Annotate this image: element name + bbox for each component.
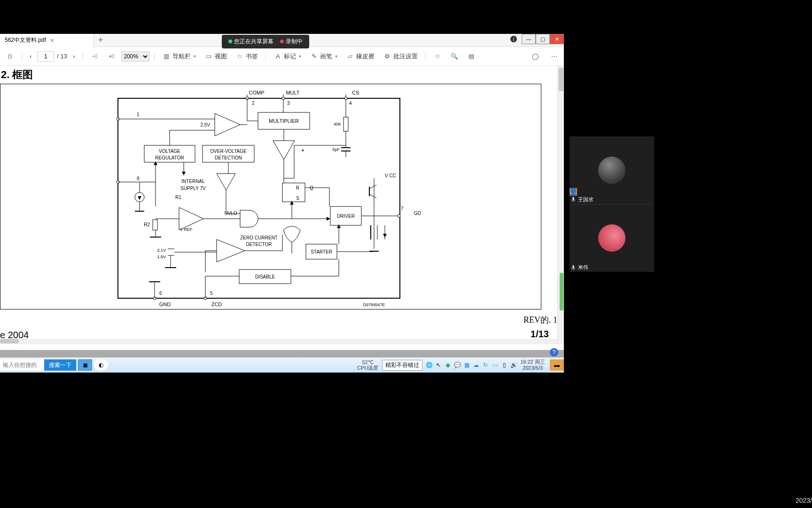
tray-sync-icon[interactable]: ↻ xyxy=(482,361,489,369)
tray-chat-icon[interactable]: 💬 xyxy=(453,361,461,369)
info-icon[interactable]: i xyxy=(510,36,517,42)
eraser-icon: ▱ xyxy=(346,52,354,61)
help-icon[interactable]: ? xyxy=(550,348,558,357)
host-badge-icon: 👤 xyxy=(570,188,577,196)
status-bar: ? xyxy=(0,350,564,357)
tray-volume-icon[interactable]: 🔊 xyxy=(510,361,517,369)
scroll-thumb[interactable] xyxy=(0,339,19,343)
windows-taskbar: 搜索一下 ▣ ◐ 52℃ CPU温度 精彩不容错过 🌐 ↖ ◉ 💬 ▦ ☁ ↻ … xyxy=(0,357,564,373)
search-button[interactable]: 🔍 xyxy=(447,50,461,63)
svg-marker-19 xyxy=(215,113,240,136)
prev-page-button[interactable]: ‹ xyxy=(27,51,34,62)
svg-text:4: 4 xyxy=(349,101,352,106)
separator xyxy=(22,52,22,61)
taskbar-app-terminal[interactable]: ▣ xyxy=(78,359,92,371)
tray-network-icon[interactable]: 🌐 xyxy=(425,361,433,369)
svg-marker-105 xyxy=(217,239,245,262)
taskbar-datetime[interactable]: 16:22 周三 2023/5/3 xyxy=(520,359,545,371)
promo-banner[interactable]: 精彩不容错过 xyxy=(382,360,422,371)
account-button[interactable]: ◯ xyxy=(528,50,542,63)
horizontal-scrollbar[interactable] xyxy=(0,339,557,344)
next-page-button[interactable]: › xyxy=(70,51,78,62)
svg-text:R1: R1 xyxy=(175,195,181,200)
video-conference-panel: 👤 王国求 米伟 xyxy=(570,136,654,272)
save-button[interactable]: ▤ xyxy=(464,50,478,63)
tray-expand-icon[interactable]: ▯ xyxy=(500,361,508,369)
tray-app-icon[interactable]: ▦ xyxy=(463,361,470,369)
zoom-out-button[interactable]: −⃝ xyxy=(87,50,102,63)
tray-cursor-icon[interactable]: ↖ xyxy=(435,361,442,369)
svg-point-87 xyxy=(398,214,400,217)
svg-marker-39 xyxy=(273,141,295,159)
separator xyxy=(154,52,155,61)
bookmark-button[interactable]: ☆书签 xyxy=(233,50,261,63)
svg-text:V REF: V REF xyxy=(180,227,193,232)
participant-tile[interactable]: 米伟 xyxy=(570,204,654,272)
svg-point-7 xyxy=(282,97,285,100)
tray-gpu-icon[interactable]: ▭ xyxy=(491,361,499,369)
more-icon: ⋯ xyxy=(550,52,558,61)
page-number-input[interactable] xyxy=(37,51,54,62)
tab-title: 562中文资料.pdf xyxy=(5,36,46,44)
svg-text:2: 2 xyxy=(252,101,255,106)
more-button[interactable]: ⋯ xyxy=(547,50,561,63)
close-tab-icon[interactable]: ✕ xyxy=(50,37,55,44)
pen-button[interactable]: ✎画笔▾ xyxy=(307,50,340,63)
taskbar-action-center[interactable]: ▬ xyxy=(550,359,564,371)
svg-text:2.1V: 2.1V xyxy=(157,248,166,253)
separator xyxy=(265,52,266,61)
mic-icon xyxy=(570,265,576,270)
scroll-thumb[interactable] xyxy=(559,68,563,91)
section-heading: 2. 框图 xyxy=(1,68,33,82)
tray-browser-icon[interactable]: ◉ xyxy=(444,361,452,369)
tray-cloud-icon[interactable]: ☁ xyxy=(472,361,480,369)
circuit-diagram-svg: COMP 2 MULT 3 CS 4 MULTIPLIER 1 xyxy=(0,84,542,310)
print-icon: ⎙ xyxy=(6,52,14,61)
svg-marker-73 xyxy=(327,217,330,221)
taskbar-search-input[interactable] xyxy=(0,359,44,371)
svg-text:6: 6 xyxy=(159,291,162,296)
taskbar-search-button[interactable]: 搜索一下 xyxy=(44,359,76,371)
minimize-button[interactable]: — xyxy=(522,34,536,44)
zoom-in-button[interactable]: +⃝ xyxy=(104,50,118,63)
svg-text:DISABLE: DISABLE xyxy=(255,274,275,279)
separator xyxy=(82,52,83,61)
view-button[interactable]: ▭视图 xyxy=(202,50,230,63)
svg-text:DRIVER: DRIVER xyxy=(337,214,355,219)
vertical-scrollbar[interactable] xyxy=(557,66,564,344)
mark-button[interactable]: A标记▾ xyxy=(271,50,304,63)
svg-text:ZERO CURRENT: ZERO CURRENT xyxy=(240,235,277,240)
svg-text:V CC: V CC xyxy=(385,173,396,178)
svg-text:40K: 40K xyxy=(334,122,341,127)
svg-text:S: S xyxy=(296,196,299,201)
print-button[interactable]: ⎙ xyxy=(3,50,17,63)
zoom-select[interactable]: 200% xyxy=(121,51,149,62)
window-controls: — ▢ ✕ xyxy=(522,34,564,44)
record-icon xyxy=(280,40,284,43)
annotate-button[interactable]: ⚙批注设置 xyxy=(380,50,421,63)
search-icon: 🔍 xyxy=(450,52,459,61)
svg-text:SUPPLY 7V: SUPPLY 7V xyxy=(180,186,206,191)
cpu-temp-widget[interactable]: 52℃ CPU温度 xyxy=(357,359,378,371)
svg-line-93 xyxy=(369,185,376,189)
separator xyxy=(425,52,426,61)
svg-text:ZCD: ZCD xyxy=(211,302,222,307)
scroll-indicator[interactable] xyxy=(560,273,563,310)
nav-pane-button[interactable]: ▥导航栏▾ xyxy=(159,50,199,63)
new-tab-button[interactable]: + xyxy=(94,34,107,47)
svg-text:2.5V: 2.5V xyxy=(200,122,210,127)
taskbar-app-browser[interactable]: ◐ xyxy=(94,359,108,371)
participant-tile[interactable]: 👤 王国求 xyxy=(570,136,654,204)
svg-marker-36 xyxy=(217,174,235,190)
close-window-button[interactable]: ✕ xyxy=(550,34,564,44)
mic-icon xyxy=(570,197,576,202)
signal-icon xyxy=(228,40,232,43)
maximize-button[interactable]: ▢ xyxy=(536,34,550,44)
star-button[interactable]: ☆ xyxy=(430,50,445,63)
svg-text:GND: GND xyxy=(159,302,171,307)
screen-share-banner: 您正在共享屏幕 录制中 xyxy=(222,35,309,48)
svg-text:REGULATOR: REGULATOR xyxy=(155,155,184,160)
document-viewport[interactable]: 2. 框图 COMP 2 MULT 3 CS 4 MULT xyxy=(0,66,564,344)
eraser-button[interactable]: ▱橡皮擦 xyxy=(343,50,377,63)
document-tab[interactable]: 562中文资料.pdf ✕ xyxy=(0,34,94,47)
